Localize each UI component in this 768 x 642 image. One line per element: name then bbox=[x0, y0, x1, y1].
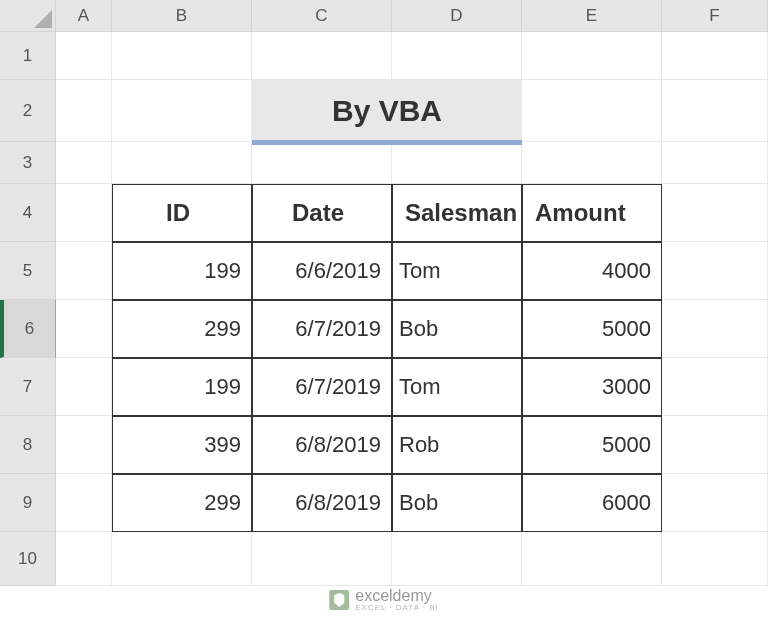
row-header-6[interactable]: 6 bbox=[0, 300, 56, 358]
row-header-10[interactable]: 10 bbox=[0, 532, 56, 586]
table-row[interactable]: 6/7/2019 bbox=[252, 358, 392, 416]
cell-d10[interactable] bbox=[392, 532, 522, 586]
cell-b2[interactable] bbox=[112, 80, 252, 142]
select-all-corner[interactable] bbox=[0, 0, 56, 32]
cell-b10[interactable] bbox=[112, 532, 252, 586]
col-header-b[interactable]: B bbox=[112, 0, 252, 32]
table-row[interactable]: Bob bbox=[392, 474, 522, 532]
watermark-icon bbox=[329, 590, 349, 610]
cell-f7[interactable] bbox=[662, 358, 768, 416]
col-header-d[interactable]: D bbox=[392, 0, 522, 32]
table-row[interactable]: 299 bbox=[112, 300, 252, 358]
title-underline bbox=[252, 140, 522, 145]
cell-a8[interactable] bbox=[56, 416, 112, 474]
row-header-7[interactable]: 7 bbox=[0, 358, 56, 416]
table-row[interactable]: 299 bbox=[112, 474, 252, 532]
spreadsheet-grid: A B C D E F 1 2 By VBA 3 4 ID Date Sales… bbox=[0, 0, 768, 586]
cell-a2[interactable] bbox=[56, 80, 112, 142]
cell-c3[interactable] bbox=[252, 142, 392, 184]
cell-d3[interactable] bbox=[392, 142, 522, 184]
cell-a5[interactable] bbox=[56, 242, 112, 300]
table-row[interactable]: 6/6/2019 bbox=[252, 242, 392, 300]
cell-a6[interactable] bbox=[56, 300, 112, 358]
table-row[interactable]: 6000 bbox=[522, 474, 662, 532]
cell-f1[interactable] bbox=[662, 32, 768, 80]
col-header-e[interactable]: E bbox=[522, 0, 662, 32]
cell-a1[interactable] bbox=[56, 32, 112, 80]
table-row[interactable]: 199 bbox=[112, 242, 252, 300]
row-header-3[interactable]: 3 bbox=[0, 142, 56, 184]
cell-e2[interactable] bbox=[522, 80, 662, 142]
title-text: By VBA bbox=[332, 94, 442, 128]
cell-b3[interactable] bbox=[112, 142, 252, 184]
table-row[interactable]: 6/8/2019 bbox=[252, 474, 392, 532]
table-row[interactable]: 3000 bbox=[522, 358, 662, 416]
cell-f9[interactable] bbox=[662, 474, 768, 532]
table-header-amount[interactable]: Amount bbox=[522, 184, 662, 242]
table-row[interactable]: Tom bbox=[392, 358, 522, 416]
table-header-date[interactable]: Date bbox=[252, 184, 392, 242]
watermark-main: exceldemy bbox=[355, 588, 439, 604]
cell-f2[interactable] bbox=[662, 80, 768, 142]
cell-f10[interactable] bbox=[662, 532, 768, 586]
col-header-f[interactable]: F bbox=[662, 0, 768, 32]
table-row[interactable]: 5000 bbox=[522, 416, 662, 474]
cell-f5[interactable] bbox=[662, 242, 768, 300]
watermark-sub: EXCEL · DATA · BI bbox=[355, 604, 439, 612]
cell-e3[interactable] bbox=[522, 142, 662, 184]
cell-a3[interactable] bbox=[56, 142, 112, 184]
row-header-5[interactable]: 5 bbox=[0, 242, 56, 300]
cell-b1[interactable] bbox=[112, 32, 252, 80]
table-row[interactable]: 5000 bbox=[522, 300, 662, 358]
cell-a4[interactable] bbox=[56, 184, 112, 242]
title-cell[interactable]: By VBA bbox=[252, 80, 522, 142]
cell-a7[interactable] bbox=[56, 358, 112, 416]
cell-a10[interactable] bbox=[56, 532, 112, 586]
cell-a9[interactable] bbox=[56, 474, 112, 532]
table-row[interactable]: 399 bbox=[112, 416, 252, 474]
table-row[interactable]: 6/7/2019 bbox=[252, 300, 392, 358]
cell-d1[interactable] bbox=[392, 32, 522, 80]
watermark-text: exceldemy EXCEL · DATA · BI bbox=[355, 588, 439, 612]
cell-c10[interactable] bbox=[252, 532, 392, 586]
table-row[interactable]: 6/8/2019 bbox=[252, 416, 392, 474]
cell-c1[interactable] bbox=[252, 32, 392, 80]
cell-f4[interactable] bbox=[662, 184, 768, 242]
table-row[interactable]: 4000 bbox=[522, 242, 662, 300]
table-row[interactable]: Rob bbox=[392, 416, 522, 474]
row-header-8[interactable]: 8 bbox=[0, 416, 56, 474]
row-header-4[interactable]: 4 bbox=[0, 184, 56, 242]
table-header-id[interactable]: ID bbox=[112, 184, 252, 242]
cell-f6[interactable] bbox=[662, 300, 768, 358]
table-row[interactable]: Bob bbox=[392, 300, 522, 358]
row-header-2[interactable]: 2 bbox=[0, 80, 56, 142]
table-row[interactable]: 199 bbox=[112, 358, 252, 416]
col-header-c[interactable]: C bbox=[252, 0, 392, 32]
cell-e10[interactable] bbox=[522, 532, 662, 586]
table-header-salesman[interactable]: Salesman bbox=[392, 184, 522, 242]
cell-f3[interactable] bbox=[662, 142, 768, 184]
row-header-9[interactable]: 9 bbox=[0, 474, 56, 532]
watermark: exceldemy EXCEL · DATA · BI bbox=[329, 588, 439, 612]
cell-e1[interactable] bbox=[522, 32, 662, 80]
row-header-1[interactable]: 1 bbox=[0, 32, 56, 80]
col-header-a[interactable]: A bbox=[56, 0, 112, 32]
table-row[interactable]: Tom bbox=[392, 242, 522, 300]
cell-f8[interactable] bbox=[662, 416, 768, 474]
